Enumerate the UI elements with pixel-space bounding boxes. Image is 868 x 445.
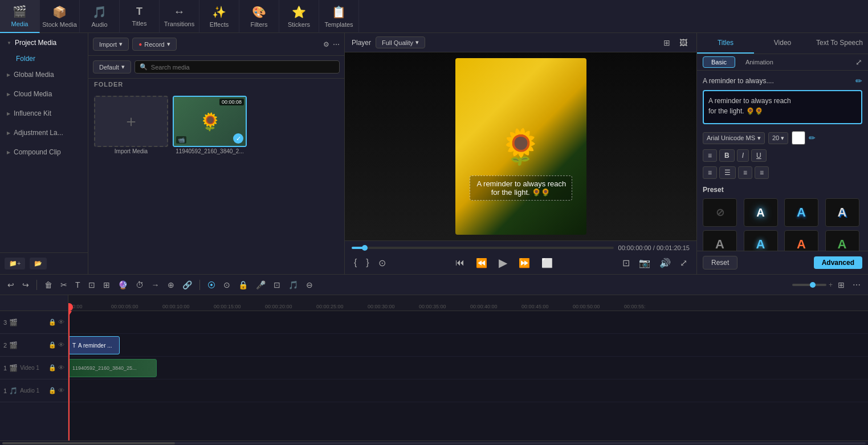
split-button[interactable]: ⊡ — [85, 279, 98, 291]
caption-btn[interactable]: ⊡ — [271, 279, 283, 291]
preset-7[interactable]: A — [825, 230, 859, 251]
speed-btn[interactable]: ⏱ — [133, 279, 146, 291]
text-button[interactable]: T — [72, 279, 83, 291]
font-color-picker[interactable] — [792, 131, 805, 145]
title-clip[interactable]: T A reminder ... — [68, 336, 120, 354]
fullscreen-button[interactable]: ⬜ — [539, 256, 555, 270]
voiceover-btn[interactable]: 🎵 — [286, 279, 301, 291]
toolbar-templates[interactable]: 📋 Templates — [319, 0, 359, 33]
font-color-edit-icon[interactable]: ✏ — [809, 133, 816, 142]
sidebar-item-project-media[interactable]: ▼ Project Media — [0, 33, 88, 52]
copy-btn[interactable]: ⊕ — [165, 279, 177, 291]
crop-btn[interactable]: ⊞ — [100, 279, 113, 291]
default-filter-button[interactable]: Default ▾ — [93, 60, 131, 74]
play-button[interactable]: ▶ — [496, 255, 510, 271]
video-clip[interactable]: 11940592_2160_3840_25... — [68, 359, 157, 377]
title-edit-icon[interactable]: ✏ — [855, 76, 862, 85]
cut-button[interactable]: ✂ — [58, 279, 70, 291]
right-panel-expand-icon[interactable]: ⤢ — [855, 58, 862, 67]
sidebar-item-influence-kit[interactable]: ▶ Influence Kit — [0, 104, 88, 123]
filter-icon[interactable]: ⚙ — [323, 40, 329, 48]
audio1-eye-icon[interactable]: 👁 — [58, 387, 64, 394]
more-tracks-btn[interactable]: ⋯ — [850, 279, 863, 291]
camera-button[interactable]: 📷 — [637, 256, 653, 270]
font-size-select[interactable]: 20 ▾ — [768, 132, 788, 144]
preset-2[interactable]: A — [784, 198, 818, 227]
track3-eye-icon[interactable]: 👁 — [58, 319, 64, 326]
add-folder-button[interactable]: 📁+ — [5, 258, 25, 270]
align-justify-button[interactable]: ≡ — [755, 166, 769, 179]
align-right-button[interactable]: ≡ — [738, 166, 752, 179]
scrollbar-track[interactable] — [2, 442, 866, 444]
link-btn[interactable]: 🔗 — [180, 279, 195, 291]
toolbar-stock-media[interactable]: 📦 Stock Media — [40, 0, 80, 33]
minus-btn[interactable]: ⊖ — [303, 279, 316, 291]
grid-view-icon[interactable]: ⊞ — [661, 37, 673, 48]
play-head-btn[interactable]: ⦿ — [205, 279, 218, 291]
more-icon[interactable]: ⋯ — [333, 40, 340, 48]
redo-button[interactable]: ↪ — [19, 279, 32, 291]
sidebar-folder-item[interactable]: Folder — [0, 52, 88, 65]
sidebar-item-adjustment-layer[interactable]: ▶ Adjustment La... — [0, 123, 88, 142]
align-left-button[interactable]: ≡ — [703, 166, 717, 179]
toolbar-media[interactable]: 🎬 Media — [0, 0, 40, 33]
rewind-button[interactable]: ⏮ — [453, 256, 467, 269]
image-icon[interactable]: 🖼 — [677, 37, 690, 48]
mic-btn[interactable]: 🎤 — [253, 279, 268, 291]
preset-4[interactable]: A — [703, 230, 737, 251]
track3-lock-icon[interactable]: 🔒 — [48, 319, 56, 326]
undo-button[interactable]: ↩ — [5, 279, 17, 291]
strikethrough-button[interactable]: ≡ — [703, 149, 717, 162]
toolbar-transitions[interactable]: ↔ Transitions — [160, 0, 199, 33]
media-search-box[interactable]: 🔍 — [135, 60, 340, 74]
preset-3[interactable]: A — [825, 198, 859, 227]
sidebar-item-compound-clip[interactable]: ▶ Compound Clip — [0, 142, 88, 162]
toolbar-titles[interactable]: T Titles — [120, 0, 160, 33]
tab-titles[interactable]: Titles — [697, 33, 754, 54]
grid-btn[interactable]: ⊞ — [835, 279, 847, 291]
folder-button[interactable]: 📂 — [30, 258, 47, 270]
preset-1[interactable]: A — [744, 198, 778, 227]
quality-button[interactable]: Full Quality ▾ — [376, 36, 425, 48]
preset-none[interactable]: ⊘ — [703, 198, 737, 227]
reset-button[interactable]: Reset — [703, 256, 737, 270]
preset-5[interactable]: A — [744, 230, 778, 251]
underline-button[interactable]: U — [751, 149, 767, 162]
toolbar-audio[interactable]: 🎵 Audio — [80, 0, 120, 33]
italic-button[interactable]: I — [737, 149, 749, 162]
tab-video[interactable]: Video — [754, 33, 811, 54]
font-family-select[interactable]: Arial Unicode MS ▾ — [703, 132, 765, 144]
snap-btn[interactable]: ⊙ — [221, 279, 233, 291]
effect-btn[interactable]: 🔮 — [115, 279, 131, 291]
import-button[interactable]: Import ▾ — [93, 38, 129, 51]
sidebar-item-cloud-media[interactable]: ▶ Cloud Media — [0, 84, 88, 104]
expand-button[interactable]: ⤢ — [678, 256, 690, 270]
preset-6[interactable]: A — [784, 230, 818, 251]
track1-eye-icon[interactable]: 👁 — [58, 364, 64, 371]
track1-lock-icon[interactable]: 🔒 — [48, 364, 56, 371]
advanced-button[interactable]: Advanced — [814, 256, 862, 269]
toolbar-filters[interactable]: 🎨 Filters — [239, 0, 279, 33]
title-text-wrapper[interactable]: A reminder to always reachfor the light.… — [703, 90, 862, 124]
zoom-slider[interactable] — [792, 284, 826, 286]
delete-button[interactable]: 🗑 — [42, 279, 55, 291]
bold-button[interactable]: B — [719, 149, 735, 162]
audio1-lock-icon[interactable]: 🔒 — [48, 387, 56, 394]
import-media-thumb[interactable]: ＋ — [94, 96, 168, 147]
step-back-button[interactable]: ⏪ — [474, 256, 490, 270]
track2-eye-icon[interactable]: 👁 — [58, 341, 64, 349]
arrow-btn[interactable]: → — [149, 279, 162, 291]
lock-btn[interactable]: 🔒 — [235, 279, 251, 291]
record-button[interactable]: ● Record ▾ — [132, 38, 177, 51]
video-thumbnail[interactable]: 🌻 00:00:08 📹 ✓ — [173, 96, 247, 147]
crop-button[interactable]: ⊡ — [620, 256, 632, 270]
step-forward-button[interactable]: ⏩ — [516, 256, 532, 270]
bracket-open-button[interactable]: { — [352, 256, 359, 269]
scrollbar-thumb[interactable] — [2, 442, 175, 444]
extra-btn[interactable]: ⊙ — [376, 256, 388, 270]
align-center-button[interactable]: ☰ — [719, 166, 736, 179]
search-input[interactable] — [151, 64, 335, 71]
toolbar-stickers[interactable]: ⭐ Stickers — [279, 0, 319, 33]
player-progress-bar[interactable] — [352, 247, 614, 249]
volume-button[interactable]: 🔊 — [657, 256, 673, 270]
